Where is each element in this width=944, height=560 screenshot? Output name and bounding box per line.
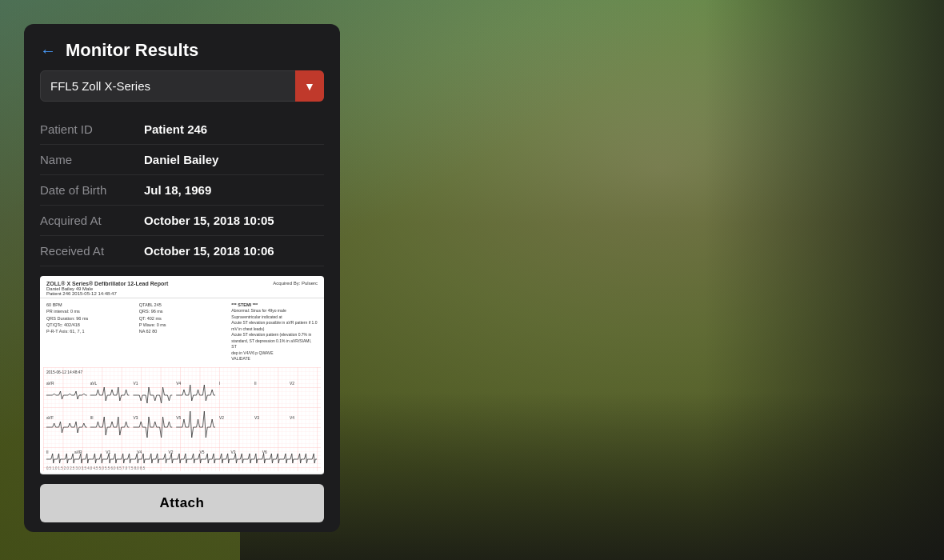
patient-id-value: Patient 246 bbox=[144, 122, 207, 136]
acquired-at-label: Acquired At bbox=[40, 214, 144, 227]
svg-text:V1: V1 bbox=[106, 450, 110, 454]
svg-text:V2: V2 bbox=[168, 450, 173, 454]
dob-label: Date of Birth bbox=[40, 183, 144, 197]
ecg-waveform-svg: 2015-06-12 14:48:47 aVR aVL V1 V4 I II V… bbox=[43, 367, 321, 471]
svg-text:aVR: aVR bbox=[74, 450, 82, 454]
svg-text:V4: V4 bbox=[137, 450, 142, 454]
svg-text:I: I bbox=[219, 382, 220, 386]
panel-title: Monitor Results bbox=[66, 40, 198, 61]
attach-bar: Attach bbox=[24, 474, 340, 532]
dob-row: Date of Birth Jul 18, 1969 bbox=[40, 175, 324, 206]
attach-button[interactable]: Attach bbox=[40, 484, 324, 522]
svg-text:aVL: aVL bbox=[90, 382, 98, 386]
back-button[interactable]: ← bbox=[40, 42, 56, 60]
svg-text:V2: V2 bbox=[219, 416, 224, 420]
dark-overlay-bottom bbox=[240, 320, 944, 560]
svg-text:III: III bbox=[90, 416, 94, 420]
device-selector-container: FFL5 Zoll X-Series ▼ bbox=[40, 70, 324, 102]
ecg-report-title: ZOLL® X Series® Defibrillator 12-Lead Re… bbox=[46, 281, 168, 286]
patient-id-label: Patient ID bbox=[40, 122, 144, 136]
svg-text:aVF: aVF bbox=[46, 416, 54, 420]
patient-info-section: Patient ID Patient 246 Name Daniel Baile… bbox=[24, 114, 340, 266]
ecg-col-data: QTABL 245 QRS: 96 ms QT: 402 ms P Wave: … bbox=[139, 302, 226, 362]
ecg-report-date: Patient 246 2015-05-12 14:48:47 bbox=[46, 291, 168, 296]
received-at-value: October 15, 2018 10:06 bbox=[144, 244, 274, 258]
ecg-report: ZOLL® X Series® Defibrillator 12-Lead Re… bbox=[40, 276, 324, 474]
svg-text:V5: V5 bbox=[199, 450, 204, 454]
received-at-row: Received At October 15, 2018 10:06 bbox=[40, 236, 324, 266]
name-value: Daniel Bailey bbox=[144, 153, 218, 166]
dob-value: Jul 18, 1969 bbox=[144, 183, 211, 197]
svg-text:V6: V6 bbox=[262, 450, 267, 454]
ecg-acquired-by: Acquired By: Pulserc bbox=[273, 281, 318, 286]
monitor-results-panel: ← Monitor Results FFL5 Zoll X-Series ▼ P… bbox=[24, 24, 340, 532]
panel-header: ← Monitor Results bbox=[24, 24, 340, 70]
ecg-interpretation-text: Abnormal: Sinus for 49yo male Supraventr… bbox=[231, 308, 318, 362]
patient-id-row: Patient ID Patient 246 bbox=[40, 114, 324, 145]
svg-text:V4: V4 bbox=[290, 416, 294, 420]
ecg-footer-stats: 25 mm/s 10 mm/mV 0.5-40 Hz ECG x1 Grid s… bbox=[40, 473, 324, 474]
svg-text:V4: V4 bbox=[176, 382, 181, 386]
svg-text:0.5   1.0   1.5   2.0   2.5   : 0.5 1.0 1.5 2.0 2.5 3.0 3.5 4.0 4.5 5.0 … bbox=[46, 466, 146, 470]
svg-rect-2 bbox=[43, 367, 321, 471]
svg-text:V3: V3 bbox=[254, 416, 259, 420]
device-select[interactable]: FFL5 Zoll X-Series bbox=[40, 70, 324, 102]
ecg-interpretation-header: *** STEMI *** bbox=[231, 302, 318, 308]
ecg-measurements-text: 60 BPM PR interval: 0 ms QRS Duration: 9… bbox=[46, 302, 133, 334]
patient-name-row: Name Daniel Bailey bbox=[40, 145, 324, 175]
ecg-stats-section: 60 BPM PR interval: 0 ms QRS Duration: 9… bbox=[40, 298, 324, 366]
svg-text:2015-06-12 14:48:47: 2015-06-12 14:48:47 bbox=[46, 370, 83, 374]
svg-text:V3: V3 bbox=[231, 450, 236, 454]
svg-text:V3: V3 bbox=[133, 416, 138, 420]
ecg-col-interpretation: *** STEMI *** Abnormal: Sinus for 49yo m… bbox=[231, 302, 318, 362]
svg-text:V2: V2 bbox=[290, 382, 294, 386]
acquired-at-value: October 15, 2018 10:05 bbox=[144, 214, 274, 227]
ecg-report-header: ZOLL® X Series® Defibrillator 12-Lead Re… bbox=[40, 276, 324, 298]
ecg-col-measurements: 60 BPM PR interval: 0 ms QRS Duration: 9… bbox=[46, 302, 133, 362]
name-label: Name bbox=[40, 153, 144, 166]
svg-text:aVR: aVR bbox=[46, 382, 54, 386]
svg-text:II: II bbox=[46, 450, 49, 454]
svg-text:V1: V1 bbox=[133, 382, 138, 386]
ecg-graph-area: 2015-06-12 14:48:47 aVR aVL V1 V4 I II V… bbox=[43, 367, 321, 471]
svg-text:II: II bbox=[254, 382, 257, 386]
ecg-data-text: QTABL 245 QRS: 96 ms QT: 402 ms P Wave: … bbox=[139, 302, 226, 334]
received-at-label: Received At bbox=[40, 244, 144, 258]
svg-text:V5: V5 bbox=[176, 416, 181, 420]
acquired-at-row: Acquired At October 15, 2018 10:05 bbox=[40, 206, 324, 236]
